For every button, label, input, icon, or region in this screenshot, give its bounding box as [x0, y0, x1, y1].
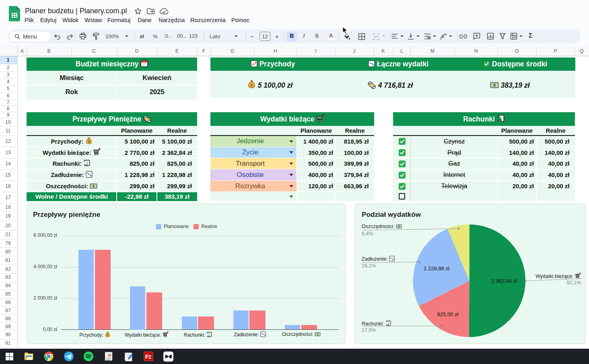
svg-text:$: $ — [88, 140, 90, 144]
svg-text:Z: Z — [148, 354, 151, 360]
svg-text:$: $ — [107, 333, 108, 337]
svg-text:A: A — [442, 35, 445, 39]
svg-text:$: $ — [250, 83, 253, 87]
svg-text:$: $ — [317, 333, 319, 335]
svg-text:$: $ — [398, 226, 400, 228]
svg-text:$: $ — [493, 84, 495, 86]
